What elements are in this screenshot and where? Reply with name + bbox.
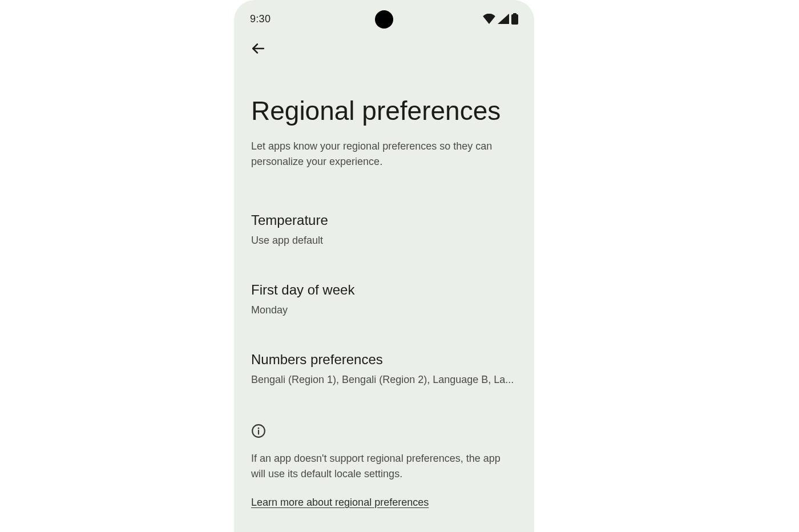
- pref-value: Monday: [251, 303, 517, 317]
- back-button[interactable]: [245, 37, 271, 62]
- pref-item-first-day[interactable]: First day of week Monday: [251, 281, 517, 351]
- status-bar: 9:30: [234, 0, 534, 33]
- preference-list: Temperature Use app default First day of…: [251, 212, 517, 421]
- pref-item-numbers[interactable]: Numbers preferences Bengali (Region 1), …: [251, 351, 517, 421]
- arrow-left-icon: [251, 41, 265, 58]
- page-title: Regional preferences: [251, 96, 517, 126]
- phone-frame: 9:30: [234, 0, 534, 532]
- cellular-icon: [498, 14, 509, 24]
- camera-cutout-icon: [375, 10, 393, 29]
- pref-title: Numbers preferences: [251, 351, 517, 368]
- svg-rect-0: [511, 14, 518, 25]
- page-subtitle: Let apps know your regional preferences …: [251, 139, 497, 170]
- pref-item-temperature[interactable]: Temperature Use app default: [251, 212, 517, 281]
- pref-value: Use app default: [251, 233, 517, 247]
- info-text: If an app doesn't support regional prefe…: [251, 451, 502, 482]
- info-icon: [251, 424, 266, 438]
- battery-icon: [511, 13, 518, 25]
- learn-more-link[interactable]: Learn more about regional preferences: [251, 497, 429, 509]
- pref-title: First day of week: [251, 281, 517, 299]
- app-toolbar: [234, 33, 534, 65]
- svg-rect-1: [513, 13, 516, 15]
- wifi-icon: [483, 14, 495, 24]
- svg-point-5: [258, 428, 260, 429]
- pref-title: Temperature: [251, 212, 517, 229]
- info-block: If an app doesn't support regional prefe…: [251, 424, 517, 509]
- pref-value: Bengali (Region 1), Bengali (Region 2), …: [251, 373, 517, 386]
- status-clock: 9:30: [250, 13, 271, 25]
